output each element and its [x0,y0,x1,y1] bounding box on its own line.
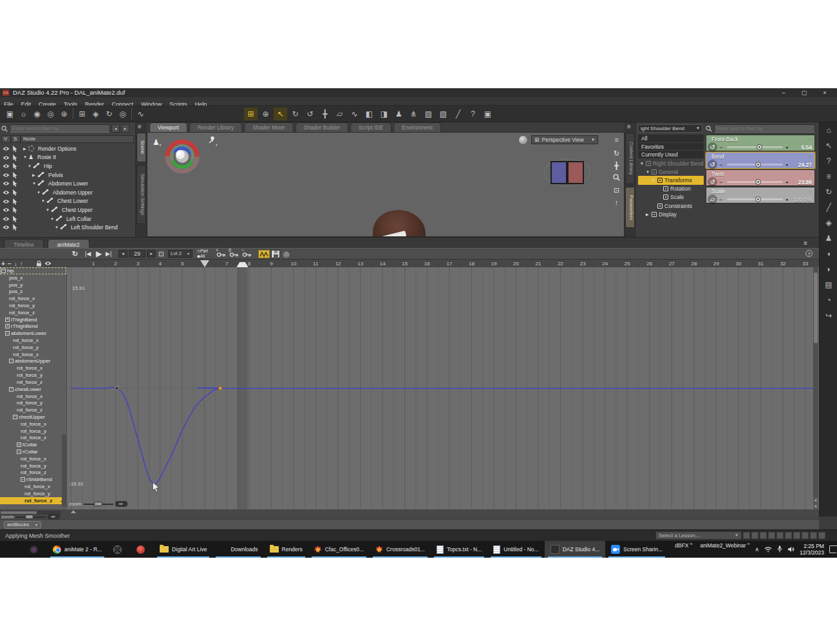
node-select-icon[interactable]: ↖ [274,108,287,120]
param-slider[interactable]: Bend ○ ↺ − ● 24.27 [706,152,815,169]
slider-thumb[interactable] [755,196,761,202]
flex-right-icon[interactable]: ◗ [820,261,837,277]
expand-arrow-icon[interactable] [32,182,37,185]
outline-icon[interactable]: ≡ [820,169,837,184]
slider-value[interactable]: 23.89 [790,179,812,185]
pane-menu-icon[interactable]: ≡ [804,240,807,247]
slider-value[interactable]: 5.54 [790,144,812,151]
track-row[interactable]: rot_force_z [0,379,66,386]
tree-scrollbar[interactable] [62,435,66,507]
lesson-step-button[interactable] [776,532,784,539]
panel-menu-icon[interactable]: ≡ [138,124,142,130]
viewport-tab[interactable]: Script IDE [350,122,391,132]
level-dropdown[interactable]: Lvl 2▼ [168,250,193,258]
collapse-arrow-icon[interactable] [71,510,76,513]
col-node[interactable]: Node [21,135,134,143]
new-point-light-icon[interactable]: ◉ [30,108,44,120]
expand-box-icon[interactable] [9,387,14,392]
lesson-step-button[interactable] [768,532,775,539]
panel-menu-icon[interactable]: ≡ [627,124,631,130]
play-icon[interactable]: ▶ [96,249,102,259]
taskbar-item[interactable]: Renders [264,541,308,558]
render-camera-icon[interactable]: ▣ [481,108,494,120]
param-nav-item[interactable]: Currently Used [638,151,704,159]
help-cursor-icon[interactable]: ↖ [820,138,837,153]
track-row[interactable]: chestLower [0,386,66,393]
viewport-canvas[interactable]: ♟▾ ▾ ⊞ Perspective View ▼ [147,132,625,237]
param-tree-row[interactable]: Display [638,210,704,218]
maximize-button[interactable]: ▢ [800,88,809,97]
track-row[interactable]: rot_force_z [0,351,66,358]
lock-icon[interactable] [36,260,42,268]
track-row[interactable]: rot_force_x [0,295,66,302]
zoom-thumb[interactable] [94,502,102,506]
part-all-toggle[interactable]: ◇Part◆All [197,249,208,259]
hatch-icon[interactable]: ▨ [422,108,435,120]
slider-decrement[interactable]: − [719,196,722,203]
tray-clock[interactable]: 2:25 PM 12/3/2023 [800,543,824,556]
refresh-icon[interactable]: ↻ [820,184,837,200]
viewport-tab[interactable]: Render Library [189,122,242,132]
eye-icon[interactable] [3,225,10,231]
lesson-step-button[interactable] [785,532,792,539]
select-cursor-icon[interactable] [12,189,18,197]
scrub-marker[interactable] [236,262,248,267]
expand-arrow-icon[interactable] [46,208,51,212]
track-row[interactable]: rShldrBend [0,476,66,483]
expand-arrow-icon[interactable] [640,162,645,166]
eye-icon[interactable] [3,190,10,196]
scene-tree-row[interactable]: ♟ Chest Upper [1,205,134,214]
help-icon[interactable]: ? [805,250,813,257]
view-cube[interactable] [544,157,590,189]
track-row[interactable]: abdomenUpper [0,358,66,365]
camera-view-select[interactable]: ⊞ Perspective View ▼ [531,135,598,144]
eye-icon[interactable] [44,260,52,267]
param-nav-item[interactable]: Favorites [638,143,704,151]
cut-icon[interactable]: ⋔ [407,108,420,120]
param-tree-row[interactable]: Right Shoulder Bend [638,159,704,167]
draw-style-icon[interactable] [519,136,527,144]
viewport-tab[interactable]: Viewport [149,122,187,132]
frame-icon[interactable]: ⊞ [75,108,89,120]
track-row[interactable]: abdomenLower [0,330,66,337]
zoom-view-icon[interactable] [613,174,620,182]
aim-icon[interactable]: ◈ [89,108,102,120]
taskbar-item[interactable]: Screen Sharin... [605,541,668,558]
new-camera-icon[interactable]: ▣ [3,108,17,120]
param-nav-item[interactable]: All [638,135,704,143]
frame-forward-button[interactable]: ▸ [147,250,156,258]
track-row[interactable]: rCollar [0,448,66,455]
select-cursor-icon[interactable] [12,224,18,232]
expand-arrow-icon[interactable] [646,170,651,174]
expand-box-icon[interactable] [9,359,14,363]
loop-icon[interactable]: ↻ [72,249,78,259]
expand-box-icon[interactable] [21,477,25,482]
scene-filter-input[interactable] [10,124,110,133]
grid-snap-icon[interactable]: ⊞ [244,108,258,120]
param-tree-row[interactable]: Transforms [638,176,704,184]
expand-box-icon[interactable] [17,442,21,447]
track-row[interactable]: hip [0,267,66,274]
viewport-tab[interactable]: Shader Mixer [244,122,294,132]
track-row[interactable]: rot_force_y [0,302,66,309]
eye-icon[interactable] [3,164,10,170]
track-row[interactable]: rot_force_y [0,344,66,351]
target-icon[interactable]: ◎ [116,108,129,120]
slider-value[interactable]: 24.27 [790,162,812,168]
lesson-step-button[interactable] [760,532,767,539]
param-tree-row[interactable]: Rotation [638,185,704,193]
gear-icon[interactable]: ○ [809,153,812,160]
taskbar-item[interactable] [0,541,24,558]
eye-icon[interactable] [3,207,10,214]
timeline-ruler[interactable]: + − ↓ ↑ 12345678910111213141516171819202… [0,259,819,267]
gear-icon[interactable]: ○ [809,171,812,177]
viewport-tab[interactable]: Shader Builder [296,122,348,132]
lesson-step-button[interactable] [810,532,817,539]
figure-tool-icon[interactable]: ♟▾ [153,138,161,147]
scale-tool-icon[interactable]: ▱ [333,108,346,120]
expand-box-icon[interactable] [13,415,17,419]
select-cursor-icon[interactable] [12,216,18,223]
move-up-icon[interactable]: ↑ [20,260,23,267]
scene-tree-row[interactable]: ♟ Left Shoulder Bend [1,223,134,232]
eye-icon[interactable] [3,146,10,153]
